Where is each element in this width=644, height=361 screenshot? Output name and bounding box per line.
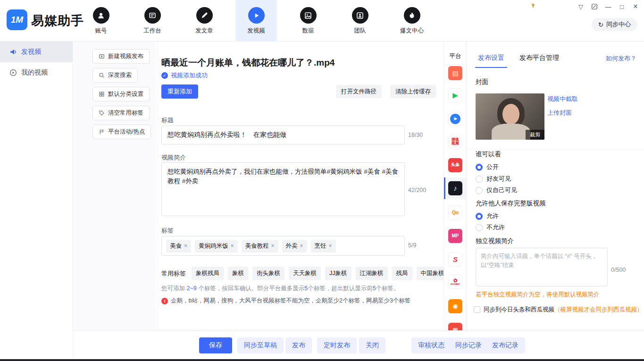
publish-button[interactable]: 发布 — [285, 337, 312, 353]
crop-button[interactable]: 裁剪 — [526, 130, 544, 140]
common-tag-chip[interactable]: 街头象棋 — [252, 267, 284, 280]
toutiao-icon[interactable]: 头条 — [448, 158, 462, 172]
deep-search-button[interactable]: 深度搜索 — [92, 68, 138, 83]
divider — [467, 149, 644, 150]
window-bottom-edge — [0, 359, 644, 361]
sync-records-button[interactable]: 同步记录 — [449, 337, 488, 353]
sync-toutiao-checkbox-row[interactable]: 同步到今日头条和西瓜视频（横屏视频才会同步到西瓜视频） — [474, 306, 643, 314]
douyin-icon[interactable]: ♪ — [448, 181, 462, 195]
upload-cover-link[interactable]: 上传封面 — [547, 109, 572, 117]
remove-tag-icon[interactable]: × — [300, 243, 303, 249]
remove-tag-icon[interactable]: × — [231, 243, 234, 249]
tags-warning: ! 企鹅，b站，网易，搜狗，大风平台视频标签不能为空，企鹅至少2个标签，网易至少… — [161, 297, 410, 305]
clear-common-tags-button[interactable]: 清空常用标签 — [92, 106, 150, 120]
description-textarea[interactable]: 想吃黄焖鸡别再点外卖了，我们在家也能做，方法很简单#黄焖鸡米饭 #美食 #美食教… — [161, 162, 405, 216]
platform-activity-button[interactable]: 平台活动/热点 — [92, 125, 151, 139]
cover-label: 封面 — [476, 78, 488, 86]
capture-from-video-link[interactable]: 视频中截取 — [547, 95, 578, 103]
checkbox-icon[interactable] — [474, 306, 480, 313]
nav-item-team[interactable]: 团队 — [339, 0, 381, 42]
new-video-publish-button[interactable]: 新建视频发布 — [92, 49, 150, 64]
tags-hint: 您可添加 2~9 个标签，按回车确认。部分平台最多显示5个标签，超出默认显示前5… — [161, 285, 400, 293]
sync-center-button[interactable]: ↻ 同步中心 — [592, 18, 637, 31]
radio-friends-only[interactable]: 好友可见 — [476, 175, 511, 183]
nav-item-hot-articles[interactable]: 爆文中心 — [391, 0, 433, 42]
radio-selected-icon — [476, 164, 483, 171]
open-file-path-button[interactable]: 打开文件路径 — [336, 85, 382, 98]
radio-disallow-save[interactable]: 不允许 — [476, 223, 505, 232]
clear-upload-cache-button[interactable]: 清除上传缓存 — [390, 85, 436, 98]
team-icon — [352, 7, 368, 24]
tag-chip[interactable]: 外卖× — [282, 240, 307, 252]
huawei-icon[interactable]: ✿HUAWEI — [448, 275, 462, 289]
radio-private[interactable]: 仅自己可见 — [476, 186, 517, 194]
remove-tag-icon[interactable]: × — [329, 243, 332, 249]
common-tag-chip[interactable]: 残局 — [392, 267, 412, 280]
close-icon[interactable]: × — [632, 3, 639, 10]
tab-publish-settings[interactable]: 发布设置 — [478, 54, 504, 62]
readd-video-button[interactable]: 重新添加 — [161, 84, 198, 99]
platform-strip: 平台 ▤ ▶ ▶ 搜狐视频 头条 ♪ Qo MP S ✿HUAWEI ◉ ▦ — [443, 42, 466, 330]
publish-records-button[interactable]: 发布记录 — [485, 337, 525, 353]
meipai-icon[interactable]: MP — [448, 229, 462, 243]
common-tags-row: 常用标签 象棋残局 象棋 街头象棋 天天象棋 JJ象棋 江湖象棋 残局 中国象棋 — [161, 267, 449, 280]
sidebar-item-publish-video[interactable]: 发视频 — [0, 42, 73, 62]
nav-item-workbench[interactable]: 工作台 — [132, 0, 173, 42]
video-filename: 晒最近一个月账单，钱都花在哪儿了？.mp4 — [161, 57, 335, 69]
how-to-publish-link[interactable]: 如何发布？ — [606, 54, 636, 63]
default-category-settings-button[interactable]: 默认分类设置 — [92, 87, 150, 101]
iqiyi-icon[interactable]: ▶ — [448, 88, 462, 102]
common-tag-chip[interactable]: JJ象棋 — [325, 267, 351, 280]
tag-chip[interactable]: 美食教程× — [242, 240, 278, 252]
save-button[interactable]: 保存 — [199, 337, 232, 353]
maximize-icon[interactable]: □ — [618, 3, 626, 10]
minimize-icon[interactable]: — — [604, 3, 612, 10]
dayu-icon[interactable]: ◉ — [448, 299, 462, 313]
nav-item-publish-video[interactable]: 发视频 — [235, 0, 277, 42]
radio-icon — [476, 187, 483, 194]
independent-description-textarea[interactable] — [476, 248, 608, 286]
sync-to-draft-button[interactable]: 同步至草稿 — [237, 337, 284, 353]
app-title: 易媒助手 — [31, 12, 84, 29]
common-tag-chip[interactable]: 象棋 — [228, 267, 248, 280]
sohu-video-icon[interactable]: 搜狐视频 — [448, 134, 462, 149]
close-button[interactable]: 关闭 — [359, 337, 385, 353]
megaphone-icon — [9, 48, 17, 56]
common-tag-chip[interactable]: 天天象棋 — [289, 267, 321, 280]
tab-platform-management[interactable]: 发布平台管理 — [519, 54, 559, 62]
nav-item-account[interactable]: 账号 — [80, 0, 122, 42]
haokan-video-icon[interactable]: ▶ — [448, 112, 462, 126]
radio-public[interactable]: 公开 — [476, 163, 499, 171]
nav-item-publish-article[interactable]: 发文章 — [184, 0, 225, 42]
remove-tag-icon[interactable]: × — [184, 243, 187, 249]
title-input[interactable] — [161, 126, 405, 144]
sync-note: （横屏视频才会同步到西瓜视频） — [554, 306, 643, 313]
sidebar-item-my-videos[interactable]: 我的视频 — [0, 62, 73, 83]
topbar: 1M 易媒助手 账号 工作台 发文章 发视频 — [0, 0, 644, 42]
nav-item-data[interactable]: 数据 — [287, 0, 329, 42]
platform-selected-bar — [444, 177, 445, 199]
tag-chip[interactable]: 美食× — [166, 240, 191, 252]
mouse-cursor-artifact — [531, 2, 535, 8]
sina-icon[interactable]: S — [448, 252, 462, 267]
app-logo-icon: 1M — [7, 9, 27, 30]
common-tag-chip[interactable]: 江湖象棋 — [356, 267, 388, 280]
tag-chip[interactable]: 烹饪× — [311, 240, 336, 252]
review-status-button[interactable]: 审核状态 — [411, 337, 451, 353]
scheduled-publish-button[interactable]: 定时发布 — [317, 337, 357, 353]
radio-allow-save[interactable]: 允许 — [476, 212, 499, 220]
cover-thumbnail[interactable]: 裁剪 — [476, 93, 544, 140]
video-form: 晒最近一个月账单，钱都花在哪儿了？.mp4 ✓ 视频添加成功 重新添加 打开文件… — [158, 42, 443, 330]
tag-chip[interactable]: 黄焖鸡米饭× — [195, 240, 238, 252]
more-platform-icon[interactable]: ▦ — [448, 323, 462, 330]
common-tag-chip[interactable]: 象棋残局 — [192, 267, 224, 280]
bilibili-icon[interactable]: ▤ — [448, 66, 462, 80]
screenshot-icon[interactable] — [591, 3, 598, 10]
check-icon: ✓ — [161, 72, 168, 79]
remove-tag-icon[interactable]: × — [271, 243, 275, 249]
tags-input[interactable]: 美食× 黄焖鸡米饭× 美食教程× 外卖× 烹饪× — [161, 236, 405, 256]
grid-icon — [99, 91, 105, 97]
qie-hao-icon[interactable]: Qo — [448, 206, 462, 220]
network-icon[interactable]: ▽ — [577, 3, 585, 10]
footer-bar: 保存 同步至草稿 发布 定时发布 关闭 审核状态 同步记录 发布记录 — [73, 330, 644, 360]
